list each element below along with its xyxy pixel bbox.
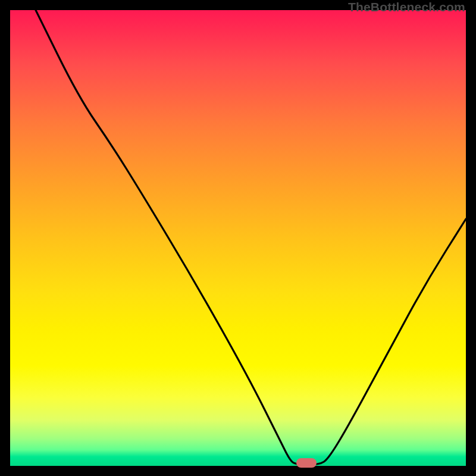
optimal-marker <box>296 458 317 468</box>
watermark-label: TheBottleneck.com <box>348 0 465 14</box>
bottleneck-curve <box>10 10 466 466</box>
